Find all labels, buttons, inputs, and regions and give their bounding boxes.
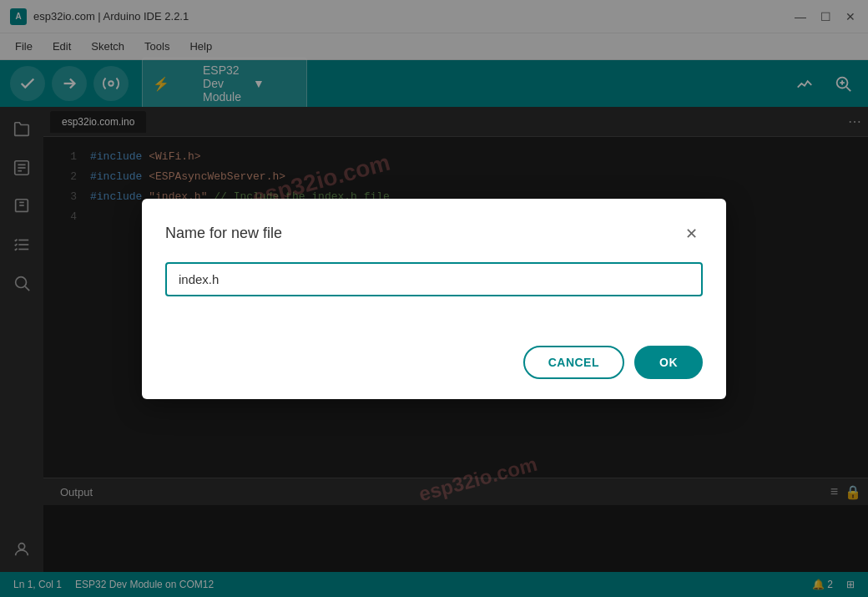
dialog: Name for new file ✕ CANCEL OK (142, 199, 726, 399)
modal-overlay: esp32io.com esp32io.com Name for new fil… (0, 0, 868, 597)
dialog-title: Name for new file (165, 225, 282, 242)
cancel-button[interactable]: CANCEL (523, 346, 624, 379)
watermark-2: esp32io.com (416, 453, 540, 507)
ok-button[interactable]: OK (634, 346, 703, 379)
filename-input[interactable] (165, 262, 703, 296)
dialog-header: Name for new file ✕ (165, 222, 703, 245)
dialog-buttons: CANCEL OK (165, 346, 703, 379)
dialog-close-button[interactable]: ✕ (679, 222, 703, 245)
